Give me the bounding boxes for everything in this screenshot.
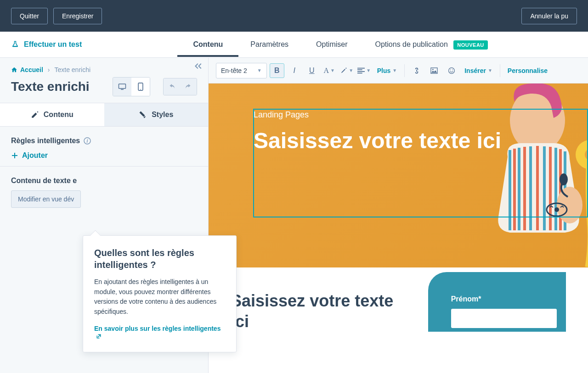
external-link-icon — [96, 333, 102, 340]
heading-dropdown-label: En-tête 2 — [221, 67, 247, 74]
content-section: Saisissez votre texte ici Prénom* — [209, 267, 588, 355]
heading-dropdown[interactable]: En-tête 2 ▼ — [216, 63, 267, 78]
smart-rules-popover: Quelles sont les règles intelligentes ? … — [83, 235, 237, 352]
main-tabs: Contenu Paramètres Optimiser Options de … — [193, 33, 487, 56]
desktop-icon — [118, 83, 127, 91]
emoji-icon — [448, 67, 455, 74]
svg-point-9 — [450, 69, 451, 70]
first-name-input[interactable] — [451, 309, 557, 328]
svg-rect-1 — [121, 89, 124, 90]
mobile-icon — [138, 83, 143, 91]
tabs-bar: Effectuer un test Contenu Paramètres Opt… — [0, 32, 588, 58]
smart-rules-label: Règles intelligentes — [11, 137, 80, 145]
align-left-icon — [357, 67, 365, 74]
svg-text:i: i — [87, 139, 88, 144]
tools-icon — [139, 111, 147, 119]
subtab-styles[interactable]: Styles — [104, 103, 209, 126]
rich-text-toolbar: En-tête 2 ▼ B I U A▼ ▼ ▼ Plus▼ — [209, 58, 588, 84]
tab-optimize[interactable]: Optimiser — [316, 33, 347, 56]
tab-publish-options[interactable]: Options de publication NOUVEAU — [375, 33, 487, 56]
collapse-sidebar-button[interactable] — [193, 62, 203, 72]
redo-button[interactable] — [180, 78, 197, 95]
image-button[interactable] — [427, 63, 441, 78]
marker-icon — [340, 67, 347, 74]
chevron-double-left-icon — [193, 62, 203, 70]
undo-redo-group — [163, 78, 197, 95]
form-card: Prénom* — [428, 272, 566, 332]
underline-button[interactable]: U — [305, 63, 319, 78]
link-button[interactable] — [409, 63, 424, 78]
undo-icon — [168, 84, 176, 90]
more-label: Plus — [377, 67, 391, 74]
emoji-button[interactable] — [444, 63, 459, 78]
desktop-view-button[interactable] — [113, 78, 131, 96]
smart-rules-section: Règles intelligentes i Ajouter — [0, 127, 208, 167]
subtab-styles-label: Styles — [152, 111, 173, 119]
smart-rules-title: Règles intelligentes i — [11, 137, 197, 145]
undo-button[interactable] — [164, 78, 180, 95]
popover-learn-more-link[interactable]: En savoir plus sur les règles intelligen… — [94, 325, 220, 340]
link-icon — [413, 67, 420, 74]
personalize-label: Personnalise — [508, 67, 548, 74]
italic-button[interactable]: I — [287, 63, 302, 78]
run-test-label: Effectuer un test — [24, 40, 82, 49]
plus-icon — [11, 152, 18, 159]
panel-title-row: Texte enrichi — [0, 73, 208, 103]
highlight-button[interactable]: ▼ — [339, 63, 354, 78]
add-smart-rule-button[interactable]: Ajouter — [11, 151, 197, 160]
save-button[interactable]: Enregistrer — [53, 8, 102, 24]
align-button[interactable]: ▼ — [357, 63, 372, 78]
toolbar-separator — [404, 64, 405, 77]
info-icon[interactable]: i — [84, 137, 91, 145]
image-icon — [430, 67, 438, 74]
svg-point-8 — [449, 67, 455, 73]
breadcrumb-home-label: Accueil — [20, 66, 43, 73]
popover-link-label: En savoir plus sur les règles intelligen… — [94, 325, 220, 332]
add-smart-rule-label: Ajouter — [22, 151, 48, 160]
svg-point-7 — [432, 69, 434, 70]
breadcrumb-current: Texte enrichi — [54, 66, 90, 73]
insert-dropdown[interactable]: Insérer▼ — [462, 67, 495, 74]
canvas: En-tête 2 ▼ B I U A▼ ▼ ▼ Plus▼ — [209, 58, 588, 373]
home-icon — [11, 67, 17, 73]
toolbar-separator — [500, 64, 500, 77]
quit-button[interactable]: Quitter — [11, 8, 48, 24]
sidebar: Accueil › Texte enrichi Texte enrichi — [0, 58, 209, 373]
breadcrumb-separator: › — [48, 66, 50, 73]
breadcrumb: Accueil › Texte enrichi — [0, 58, 208, 73]
bold-button[interactable]: B — [270, 63, 284, 78]
chevron-down-icon: ▼ — [257, 68, 262, 73]
subtab-content[interactable]: Contenu — [0, 103, 104, 126]
main-area: Accueil › Texte enrichi Texte enrichi — [0, 58, 588, 373]
mobile-view-button[interactable] — [131, 78, 150, 96]
rich-text-title: Contenu de texte e — [11, 177, 197, 185]
run-test-link[interactable]: Effectuer un test — [0, 40, 93, 49]
edit-expanded-button[interactable]: Modifier en vue dév — [11, 190, 81, 208]
popover-title: Quelles sont les règles intelligentes ? — [94, 247, 225, 271]
device-toggle — [113, 77, 150, 96]
rich-text-section: Contenu de texte e Modifier en vue dév — [0, 167, 208, 214]
popover-body: En ajoutant des règles intelligentes à u… — [94, 277, 225, 317]
flask-icon — [11, 40, 19, 49]
more-dropdown[interactable]: Plus▼ — [374, 67, 400, 74]
text-color-button[interactable]: A▼ — [322, 63, 337, 78]
panel-title: Texte enrichi — [11, 79, 90, 94]
insert-label: Insérer — [464, 67, 486, 74]
redo-icon — [184, 84, 192, 90]
tab-publish-label: Options de publication — [375, 40, 447, 48]
svg-point-3 — [140, 89, 141, 90]
svg-point-10 — [452, 69, 453, 70]
breadcrumb-home[interactable]: Accueil — [11, 66, 43, 73]
top-bar: Quitter Enregistrer Annuler la pu — [0, 0, 588, 32]
personalize-dropdown[interactable]: Personnalise — [505, 67, 550, 74]
pencil-icon — [31, 111, 39, 119]
tab-content[interactable]: Contenu — [193, 33, 223, 56]
selection-outline — [253, 109, 588, 217]
hero-section[interactable]: Landing Pages Saisissez votre texte ici — [209, 84, 588, 267]
subtab-content-label: Contenu — [44, 111, 74, 119]
tab-settings[interactable]: Paramètres — [250, 33, 288, 56]
sidebar-subtabs: Contenu Styles — [0, 103, 208, 127]
form-field-label: Prénom* — [451, 295, 548, 303]
section-heading[interactable]: Saisissez votre texte ici — [231, 290, 401, 332]
cancel-publish-button[interactable]: Annuler la pu — [521, 8, 577, 24]
